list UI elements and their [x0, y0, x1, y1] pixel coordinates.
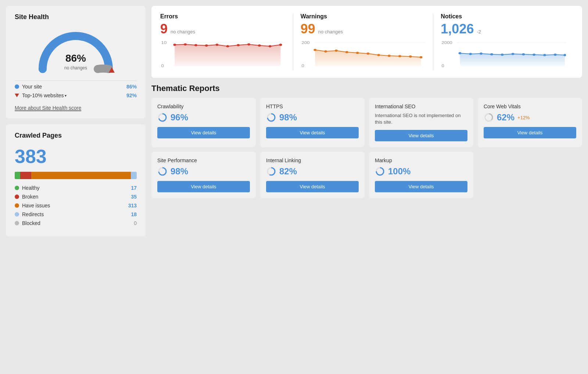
https-circle-icon [266, 112, 276, 123]
svg-point-10 [226, 45, 229, 47]
healthy-value: 17 [131, 185, 137, 191]
healthy-dot [15, 186, 19, 190]
svg-point-12 [247, 43, 250, 46]
crawlability-score-row: 96% [157, 112, 250, 123]
errors-value-row: 9 no changes [160, 21, 286, 37]
gauge-text: 86% no changes [64, 52, 87, 71]
markup-circle-icon [375, 166, 385, 177]
top10-legend: Top-10% websites ▾ 92% [15, 92, 137, 98]
markup-score-row: 100% [375, 166, 467, 177]
blocked-label: Blocked [22, 220, 40, 226]
internal-linking-view-details-button[interactable]: View details [266, 181, 359, 192]
your-site-legend: Your site 86% [15, 84, 137, 90]
svg-point-38 [490, 53, 493, 55]
gauge-container: 86% no changes [15, 27, 137, 75]
report-intl-seo: International SEO International SEO is n… [369, 98, 473, 147]
errors-chart: 10 0 [160, 40, 286, 69]
svg-text:0: 0 [161, 64, 164, 68]
core-web-vitals-score-row: 62% +12% [484, 112, 576, 123]
site-performance-score-row: 98% [157, 166, 250, 177]
blocked-value: 0 [134, 220, 137, 226]
svg-text:200: 200 [301, 41, 309, 45]
gauge-percent: 86% [64, 52, 87, 64]
reports-row-2: Site Performance 98% View details Intern… [151, 152, 582, 198]
bar-broken [20, 172, 31, 179]
notices-block: Notices 1,026 -2 2000 0 [433, 13, 573, 70]
reports-row-1: Crawlability 96% View details HTTPS [151, 98, 582, 147]
markup-title: Markup [375, 157, 467, 163]
top10-value: 92% [126, 92, 137, 98]
svg-point-7 [194, 44, 197, 46]
svg-point-35 [459, 52, 462, 54]
broken-value: 35 [131, 194, 137, 200]
svg-text:0: 0 [301, 64, 304, 68]
svg-text:10: 10 [161, 41, 167, 45]
your-site-label: Your site [22, 84, 42, 90]
crawled-pages-card: Crawled Pages 383 Healthy 17 Broken 35 [6, 124, 146, 236]
svg-point-20 [313, 49, 316, 51]
site-performance-circle-icon [157, 166, 168, 177]
warnings-chart: 200 0 [301, 40, 426, 69]
markup-view-details-button[interactable]: View details [375, 181, 467, 192]
core-web-vitals-title: Core Web Vitals [484, 104, 576, 109]
notices-title: Notices [441, 13, 566, 20]
broken-legend: Broken 35 [15, 194, 137, 200]
site-performance-view-details-button[interactable]: View details [157, 181, 250, 192]
svg-point-42 [533, 54, 536, 56]
crawled-pages-title: Crawled Pages [15, 132, 137, 139]
https-score: 98% [279, 112, 297, 123]
svg-point-14 [269, 45, 272, 47]
healthy-legend: Healthy 17 [15, 185, 137, 191]
report-https: HTTPS 98% View details [260, 98, 365, 147]
warnings-value: 99 [301, 21, 315, 37]
core-web-vitals-change: +12% [517, 115, 530, 120]
bar-issues [31, 172, 131, 179]
pages-bar [15, 172, 137, 179]
svg-point-39 [501, 54, 504, 56]
svg-point-8 [205, 44, 208, 47]
svg-point-23 [345, 51, 348, 53]
broken-label: Broken [22, 194, 38, 200]
gauge-sub: no changes [64, 65, 87, 70]
core-web-vitals-view-details-button[interactable]: View details [484, 127, 576, 138]
intl-seo-view-details-button[interactable]: View details [375, 130, 467, 141]
svg-point-5 [173, 44, 176, 46]
svg-marker-4 [175, 44, 280, 66]
site-health-card: Site Health 86% no changes Your site [6, 6, 146, 119]
svg-text:2000: 2000 [442, 41, 453, 45]
top10-dropdown[interactable]: Top-10% websites ▾ [22, 92, 67, 98]
svg-point-21 [324, 50, 327, 52]
svg-point-25 [366, 52, 369, 55]
https-score-row: 98% [266, 112, 359, 123]
notices-value-row: 1,026 -2 [441, 21, 566, 37]
internal-linking-score: 82% [279, 166, 297, 177]
empty-slot [478, 152, 582, 198]
issues-label: Have issues [22, 203, 50, 208]
svg-point-29 [409, 55, 412, 58]
more-about-link[interactable]: More about Site Health score [15, 105, 81, 111]
svg-point-26 [377, 54, 380, 56]
https-view-details-button[interactable]: View details [266, 127, 359, 138]
warnings-title: Warnings [301, 13, 426, 20]
thematic-reports-title: Thematic Reports [151, 84, 582, 93]
your-site-dot [15, 84, 19, 89]
errors-title: Errors [160, 13, 286, 20]
svg-point-37 [480, 52, 483, 55]
metrics-card: Errors 9 no changes 10 0 [151, 6, 582, 78]
healthy-label: Healthy [22, 185, 39, 191]
crawlability-view-details-button[interactable]: View details [157, 127, 250, 138]
report-internal-linking: Internal Linking 82% View details [260, 152, 365, 198]
svg-point-40 [512, 53, 514, 55]
warnings-block: Warnings 99 no changes 200 0 [293, 13, 434, 70]
svg-point-11 [237, 44, 240, 46]
intl-seo-desc: International SEO is not implemented on … [375, 112, 467, 126]
svg-point-30 [419, 56, 422, 58]
svg-point-9 [216, 44, 219, 46]
crawled-pages-total: 383 [15, 145, 137, 167]
notices-change: -2 [477, 29, 481, 35]
bar-redirects [131, 172, 137, 179]
internal-linking-title: Internal Linking [266, 157, 359, 163]
svg-point-13 [258, 44, 261, 47]
errors-value: 9 [160, 21, 168, 37]
site-performance-title: Site Performance [157, 157, 250, 163]
